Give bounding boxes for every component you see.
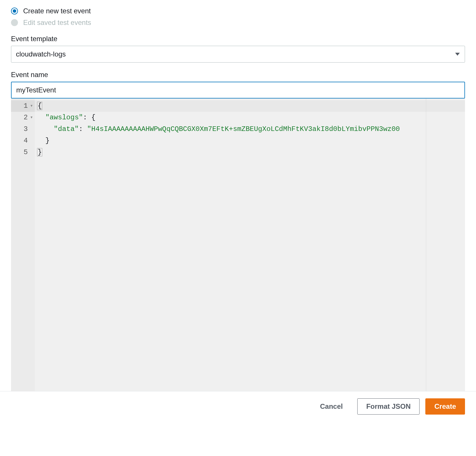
event-template-value: cloudwatch-logs <box>11 46 465 63</box>
radio-create-new[interactable]: Create new test event <box>11 7 465 15</box>
code-line: "data": "H4sIAAAAAAAAAHWPwQqCQBCGX0Xm7EF… <box>35 123 465 135</box>
event-template-section: Event template cloudwatch-logs <box>11 35 465 63</box>
create-button[interactable]: Create <box>425 398 465 415</box>
gutter-line: 3 <box>11 123 35 135</box>
radio-selected-icon <box>11 8 18 14</box>
format-json-button[interactable]: Format JSON <box>357 398 420 415</box>
cancel-button[interactable]: Cancel <box>311 398 351 415</box>
code-line: "awslogs": { <box>35 112 465 123</box>
gutter-line: 1▾ <box>11 100 35 112</box>
fold-marker-icon: ▾ <box>29 100 33 112</box>
fold-marker-icon: ▾ <box>29 112 33 123</box>
code-line: } <box>35 147 465 158</box>
radio-edit-saved-label: Edit saved test events <box>23 19 91 27</box>
gutter-line: 5 <box>11 147 35 158</box>
code-content[interactable]: { "awslogs": { "data": "H4sIAAAAAAAAAHWP… <box>35 99 465 391</box>
event-template-label: Event template <box>11 35 465 43</box>
json-code-editor[interactable]: 1▾ 2▾ 3 4 5 { "awslogs": { "data": "H4sI… <box>11 99 465 391</box>
gutter-line: 2▾ <box>11 112 35 123</box>
code-line: } <box>35 135 465 147</box>
radio-disabled-icon <box>11 19 18 26</box>
event-mode-radio-group: Create new test event Edit saved test ev… <box>11 7 465 27</box>
radio-edit-saved: Edit saved test events <box>11 19 465 27</box>
event-name-input[interactable] <box>11 82 465 99</box>
code-gutter: 1▾ 2▾ 3 4 5 <box>11 99 35 391</box>
gutter-line: 4 <box>11 135 35 147</box>
event-name-section: Event name <box>11 71 465 99</box>
code-margin-line <box>426 99 426 391</box>
event-template-select[interactable]: cloudwatch-logs <box>11 46 465 63</box>
event-name-label: Event name <box>11 71 465 79</box>
dialog-footer: Cancel Format JSON Create <box>0 391 476 422</box>
radio-create-new-label: Create new test event <box>23 7 91 15</box>
code-line: { <box>35 100 465 112</box>
